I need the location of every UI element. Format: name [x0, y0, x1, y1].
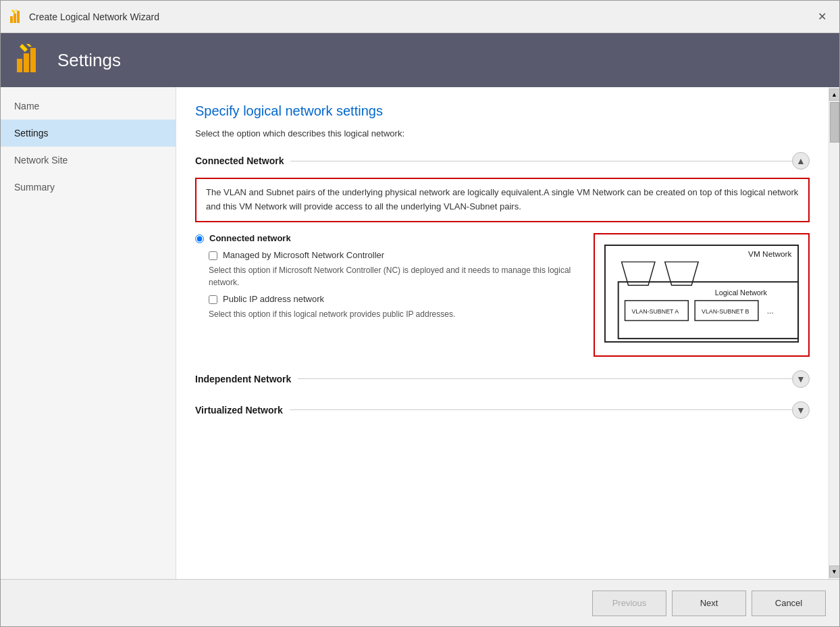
- svg-text:VLAN-SUBNET A: VLAN-SUBNET A: [631, 307, 679, 314]
- footer: Previous Next Cancel: [1, 579, 839, 626]
- page-subtitle: Select the option which describes this l…: [195, 128, 810, 139]
- svg-text:VM Network: VM Network: [748, 249, 791, 258]
- header-icon: [14, 44, 47, 76]
- managed-by-nc-option: Managed by Microsoft Network Controller: [209, 250, 580, 260]
- title-bar: Create Logical Network Wizard ✕: [1, 1, 839, 33]
- connected-network-title: Connected Network: [195, 155, 284, 166]
- public-ip-option: Public IP address network: [209, 294, 580, 304]
- managed-by-nc-description: Select this option if Microsoft Network …: [209, 264, 580, 289]
- wizard-icon: [9, 9, 24, 24]
- section-title-line-virtualized: Virtualized Network: [195, 405, 792, 416]
- scroll-down-button[interactable]: ▼: [829, 566, 840, 578]
- svg-rect-10: [605, 245, 798, 342]
- managed-by-nc-label: Managed by Microsoft Network Controller: [223, 250, 384, 260]
- svg-rect-1: [14, 14, 16, 23]
- sidebar-item-network-site[interactable]: Network Site: [1, 147, 176, 174]
- svg-marker-9: [26, 44, 32, 47]
- sidebar-item-settings[interactable]: Settings: [1, 120, 176, 147]
- virtualized-network-toggle[interactable]: ▼: [792, 401, 810, 419]
- diagram-svg: VM Network: [602, 241, 802, 346]
- svg-rect-5: [17, 59, 22, 72]
- header-bar: Settings: [1, 33, 839, 87]
- connected-network-description: The VLAN and Subnet pairs of the underly…: [195, 178, 810, 222]
- svg-rect-6: [24, 53, 29, 72]
- public-ip-checkbox[interactable]: [209, 295, 217, 304]
- svg-rect-2: [17, 11, 20, 23]
- section-title-line-independent: Independent Network: [195, 374, 792, 384]
- virtualized-network-title: Virtualized Network: [195, 405, 283, 416]
- options-panel: Connected network Managed by Microsoft N…: [195, 233, 580, 326]
- connected-network-header: Connected Network ▲: [195, 152, 810, 170]
- title-bar-left: Create Logical Network Wizard: [9, 9, 159, 24]
- scrollbar-thumb[interactable]: [830, 102, 839, 143]
- independent-network-header: Independent Network ▼: [195, 370, 810, 388]
- public-ip-label: Public IP address network: [223, 294, 324, 304]
- svg-text:VLAN-SUBNET B: VLAN-SUBNET B: [702, 307, 749, 314]
- svg-text:Logical Network: Logical Network: [715, 289, 768, 297]
- scrollbar-track: ▲ ▼: [829, 87, 839, 579]
- independent-network-toggle[interactable]: ▼: [792, 370, 810, 388]
- dialog-window: Create Logical Network Wizard ✕ Settings…: [0, 0, 840, 627]
- virtualized-network-header: Virtualized Network ▼: [195, 401, 810, 419]
- svg-rect-0: [10, 16, 13, 23]
- cancel-button[interactable]: Cancel: [752, 591, 826, 616]
- title-text: Create Logical Network Wizard: [29, 11, 159, 22]
- diagram-inner: VM Network: [594, 233, 810, 357]
- sidebar-item-name[interactable]: Name: [1, 93, 176, 120]
- content-scroll: Specify logical network settings Select …: [176, 87, 829, 579]
- connected-network-radio-option: Connected network: [195, 233, 580, 243]
- next-button[interactable]: Next: [672, 591, 746, 616]
- main-content: Name Settings Network Site Summary Speci…: [1, 87, 839, 579]
- connected-network-radio[interactable]: [195, 234, 204, 243]
- section-title-line: Connected Network: [195, 155, 792, 166]
- independent-network-title: Independent Network: [195, 374, 291, 384]
- connected-network-body: Connected network Managed by Microsoft N…: [195, 233, 810, 357]
- header-title: Settings: [57, 50, 121, 71]
- independent-network-line: [298, 378, 792, 379]
- connected-network-line: [290, 161, 792, 161]
- scroll-up-button[interactable]: ▲: [829, 89, 840, 101]
- virtualized-network-section: Virtualized Network ▼: [195, 401, 810, 419]
- connected-network-toggle[interactable]: ▲: [792, 152, 810, 170]
- previous-button[interactable]: Previous: [592, 591, 666, 616]
- sidebar: Name Settings Network Site Summary: [1, 87, 176, 579]
- svg-rect-7: [30, 48, 36, 72]
- svg-marker-4: [15, 9, 18, 11]
- independent-network-section: Independent Network ▼: [195, 370, 810, 388]
- connected-network-radio-label: Connected network: [209, 233, 291, 243]
- svg-text:...: ...: [767, 305, 774, 315]
- svg-marker-8: [20, 44, 28, 52]
- content-area: Specify logical network settings Select …: [176, 87, 839, 579]
- network-diagram: VM Network: [594, 233, 810, 357]
- sidebar-item-summary[interactable]: Summary: [1, 174, 176, 201]
- virtualized-network-line: [290, 409, 792, 410]
- managed-by-nc-checkbox[interactable]: [209, 251, 217, 260]
- close-button[interactable]: ✕: [812, 7, 831, 26]
- public-ip-description: Select this option if this logical netwo…: [209, 308, 580, 320]
- page-title: Specify logical network settings: [195, 103, 810, 119]
- connected-network-section: Connected Network ▲ The VLAN and Subnet …: [195, 152, 810, 357]
- svg-marker-3: [11, 9, 16, 14]
